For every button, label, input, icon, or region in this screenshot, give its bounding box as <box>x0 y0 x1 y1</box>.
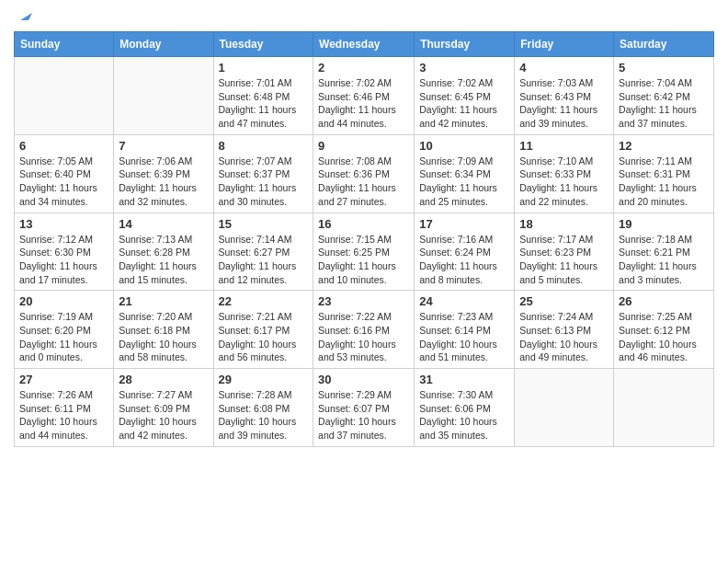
calendar-cell: 5Sunrise: 7:04 AM Sunset: 6:42 PM Daylig… <box>614 57 714 135</box>
calendar-cell: 16Sunrise: 7:15 AM Sunset: 6:25 PM Dayli… <box>313 213 415 291</box>
day-number: 20 <box>19 294 108 308</box>
day-number: 19 <box>619 217 709 231</box>
calendar-cell: 19Sunrise: 7:18 AM Sunset: 6:21 PM Dayli… <box>614 213 714 291</box>
day-info: Sunrise: 7:16 AM Sunset: 6:24 PM Dayligh… <box>419 233 509 287</box>
day-info: Sunrise: 7:18 AM Sunset: 6:21 PM Dayligh… <box>619 233 709 287</box>
calendar-cell: 2Sunrise: 7:02 AM Sunset: 6:46 PM Daylig… <box>313 57 415 135</box>
day-info: Sunrise: 7:26 AM Sunset: 6:11 PM Dayligh… <box>19 388 108 442</box>
calendar-table: SundayMondayTuesdayWednesdayThursdayFrid… <box>14 31 714 447</box>
calendar-week-row: 1Sunrise: 7:01 AM Sunset: 6:48 PM Daylig… <box>15 57 714 135</box>
calendar-cell: 27Sunrise: 7:26 AM Sunset: 6:11 PM Dayli… <box>15 369 114 447</box>
day-number: 11 <box>519 139 609 153</box>
calendar-cell: 7Sunrise: 7:06 AM Sunset: 6:39 PM Daylig… <box>114 134 213 213</box>
day-number: 3 <box>419 61 509 75</box>
calendar-cell <box>614 369 714 447</box>
day-number: 24 <box>419 294 509 308</box>
day-info: Sunrise: 7:06 AM Sunset: 6:39 PM Dayligh… <box>119 155 208 209</box>
day-number: 2 <box>318 61 409 75</box>
day-header-saturday: Saturday <box>614 32 714 57</box>
calendar-cell: 25Sunrise: 7:24 AM Sunset: 6:13 PM Dayli… <box>515 291 614 369</box>
day-header-tuesday: Tuesday <box>213 32 313 57</box>
calendar-cell: 10Sunrise: 7:09 AM Sunset: 6:34 PM Dayli… <box>415 134 515 213</box>
day-header-thursday: Thursday <box>415 32 515 57</box>
day-info: Sunrise: 7:09 AM Sunset: 6:34 PM Dayligh… <box>419 155 509 209</box>
calendar-cell: 12Sunrise: 7:11 AM Sunset: 6:31 PM Dayli… <box>614 134 714 213</box>
day-number: 31 <box>419 373 509 386</box>
logo <box>14 9 32 24</box>
day-info: Sunrise: 7:21 AM Sunset: 6:17 PM Dayligh… <box>219 310 309 364</box>
day-info: Sunrise: 7:01 AM Sunset: 6:48 PM Dayligh… <box>219 76 309 131</box>
calendar-cell: 4Sunrise: 7:03 AM Sunset: 6:43 PM Daylig… <box>515 57 614 135</box>
calendar-cell: 26Sunrise: 7:25 AM Sunset: 6:12 PM Dayli… <box>614 291 714 369</box>
day-info: Sunrise: 7:24 AM Sunset: 6:13 PM Dayligh… <box>519 310 609 364</box>
day-info: Sunrise: 7:27 AM Sunset: 6:09 PM Dayligh… <box>119 388 208 442</box>
day-number: 18 <box>519 217 609 231</box>
day-number: 4 <box>519 61 609 75</box>
calendar-cell <box>515 369 614 447</box>
day-number: 22 <box>219 294 309 308</box>
day-info: Sunrise: 7:11 AM Sunset: 6:31 PM Dayligh… <box>619 155 709 209</box>
day-number: 28 <box>119 373 208 386</box>
calendar-cell: 15Sunrise: 7:14 AM Sunset: 6:27 PM Dayli… <box>213 213 313 291</box>
day-info: Sunrise: 7:23 AM Sunset: 6:14 PM Dayligh… <box>419 310 509 364</box>
day-info: Sunrise: 7:20 AM Sunset: 6:18 PM Dayligh… <box>119 310 208 364</box>
calendar-cell: 22Sunrise: 7:21 AM Sunset: 6:17 PM Dayli… <box>213 291 313 369</box>
day-number: 25 <box>519 294 609 308</box>
calendar-cell: 24Sunrise: 7:23 AM Sunset: 6:14 PM Dayli… <box>415 291 515 369</box>
svg-marker-0 <box>20 13 32 20</box>
day-number: 26 <box>619 294 709 308</box>
day-header-sunday: Sunday <box>15 32 114 57</box>
day-number: 6 <box>19 139 108 153</box>
calendar-cell: 28Sunrise: 7:27 AM Sunset: 6:09 PM Dayli… <box>114 369 213 447</box>
day-info: Sunrise: 7:14 AM Sunset: 6:27 PM Dayligh… <box>219 233 309 287</box>
calendar-cell: 29Sunrise: 7:28 AM Sunset: 6:08 PM Dayli… <box>213 369 313 447</box>
day-number: 30 <box>318 373 409 386</box>
day-number: 5 <box>619 61 709 75</box>
day-info: Sunrise: 7:29 AM Sunset: 6:07 PM Dayligh… <box>318 388 409 442</box>
logo-bird-icon <box>16 7 32 24</box>
calendar-cell: 14Sunrise: 7:13 AM Sunset: 6:28 PM Dayli… <box>114 213 213 291</box>
calendar-cell: 8Sunrise: 7:07 AM Sunset: 6:37 PM Daylig… <box>213 134 313 213</box>
calendar-cell <box>114 57 213 135</box>
calendar-cell: 1Sunrise: 7:01 AM Sunset: 6:48 PM Daylig… <box>213 57 313 135</box>
day-info: Sunrise: 7:19 AM Sunset: 6:20 PM Dayligh… <box>19 310 108 364</box>
day-info: Sunrise: 7:28 AM Sunset: 6:08 PM Dayligh… <box>219 388 309 442</box>
calendar-week-row: 13Sunrise: 7:12 AM Sunset: 6:30 PM Dayli… <box>15 213 714 291</box>
day-header-wednesday: Wednesday <box>313 32 415 57</box>
page-header <box>14 9 714 24</box>
day-number: 29 <box>219 373 309 386</box>
calendar-cell: 20Sunrise: 7:19 AM Sunset: 6:20 PM Dayli… <box>15 291 114 369</box>
day-info: Sunrise: 7:02 AM Sunset: 6:46 PM Dayligh… <box>318 76 409 131</box>
day-info: Sunrise: 7:03 AM Sunset: 6:43 PM Dayligh… <box>519 76 609 131</box>
day-info: Sunrise: 7:25 AM Sunset: 6:12 PM Dayligh… <box>619 310 709 364</box>
day-info: Sunrise: 7:17 AM Sunset: 6:23 PM Dayligh… <box>519 233 609 287</box>
day-number: 1 <box>219 61 309 75</box>
calendar-cell: 3Sunrise: 7:02 AM Sunset: 6:45 PM Daylig… <box>415 57 515 135</box>
day-info: Sunrise: 7:08 AM Sunset: 6:36 PM Dayligh… <box>318 155 409 209</box>
day-info: Sunrise: 7:30 AM Sunset: 6:06 PM Dayligh… <box>419 388 509 442</box>
day-number: 17 <box>419 217 509 231</box>
day-number: 27 <box>19 373 108 386</box>
calendar-cell: 9Sunrise: 7:08 AM Sunset: 6:36 PM Daylig… <box>313 134 415 213</box>
calendar-cell: 6Sunrise: 7:05 AM Sunset: 6:40 PM Daylig… <box>15 134 114 213</box>
calendar-cell <box>15 57 114 135</box>
day-info: Sunrise: 7:15 AM Sunset: 6:25 PM Dayligh… <box>318 233 409 287</box>
calendar-cell: 23Sunrise: 7:22 AM Sunset: 6:16 PM Dayli… <box>313 291 415 369</box>
calendar-cell: 18Sunrise: 7:17 AM Sunset: 6:23 PM Dayli… <box>515 213 614 291</box>
day-number: 16 <box>318 217 409 231</box>
day-number: 21 <box>119 294 208 308</box>
day-header-friday: Friday <box>515 32 614 57</box>
day-info: Sunrise: 7:12 AM Sunset: 6:30 PM Dayligh… <box>19 233 108 287</box>
calendar-cell: 13Sunrise: 7:12 AM Sunset: 6:30 PM Dayli… <box>15 213 114 291</box>
day-info: Sunrise: 7:10 AM Sunset: 6:33 PM Dayligh… <box>519 155 609 209</box>
calendar-week-row: 27Sunrise: 7:26 AM Sunset: 6:11 PM Dayli… <box>15 369 714 447</box>
day-info: Sunrise: 7:07 AM Sunset: 6:37 PM Dayligh… <box>219 155 309 209</box>
day-info: Sunrise: 7:05 AM Sunset: 6:40 PM Dayligh… <box>19 155 108 209</box>
day-header-monday: Monday <box>114 32 213 57</box>
day-info: Sunrise: 7:02 AM Sunset: 6:45 PM Dayligh… <box>419 76 509 131</box>
calendar-cell: 21Sunrise: 7:20 AM Sunset: 6:18 PM Dayli… <box>114 291 213 369</box>
calendar-header-row: SundayMondayTuesdayWednesdayThursdayFrid… <box>15 32 714 57</box>
day-info: Sunrise: 7:04 AM Sunset: 6:42 PM Dayligh… <box>619 76 709 131</box>
day-number: 15 <box>219 217 309 231</box>
day-info: Sunrise: 7:22 AM Sunset: 6:16 PM Dayligh… <box>318 310 409 364</box>
